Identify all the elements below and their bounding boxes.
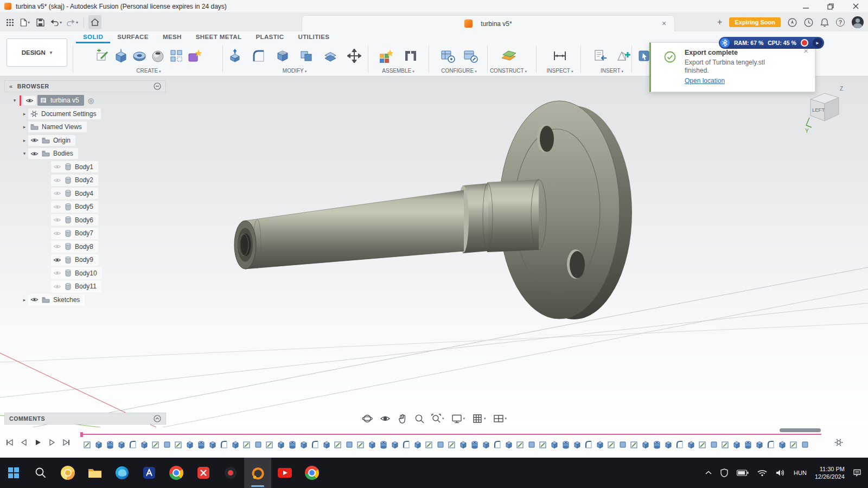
- browser-row-body2[interactable]: Body2: [4, 174, 173, 187]
- timeline-feature-hole[interactable]: [560, 436, 571, 452]
- timeline-feature-extrude[interactable]: [412, 436, 423, 452]
- timeline-feature-extrude[interactable]: [275, 436, 286, 452]
- joint-icon[interactable]: [401, 46, 420, 66]
- timeline-feature-sketch[interactable]: [628, 436, 640, 452]
- timeline-feature-hole[interactable]: [651, 436, 662, 452]
- group-label-assemble[interactable]: ASSEMBLE: [382, 68, 414, 74]
- offset-face-icon[interactable]: [321, 46, 340, 66]
- timeline-feature-hole[interactable]: [104, 436, 116, 452]
- visibility-eye-icon[interactable]: [53, 243, 61, 249]
- timeline-feature-box[interactable]: [617, 436, 628, 452]
- edit-configuration-icon[interactable]: [461, 46, 480, 66]
- visibility-eye-icon[interactable]: [53, 270, 61, 276]
- timeline-feature-box[interactable]: [708, 436, 719, 452]
- search-button[interactable]: [27, 458, 54, 488]
- visibility-eye-icon[interactable]: [30, 297, 39, 303]
- group-label-modify[interactable]: MODIFY: [283, 68, 307, 74]
- browser-row-body5[interactable]: Body5: [4, 200, 173, 214]
- timeline-feature-hole[interactable]: [469, 436, 480, 452]
- group-label-inspect[interactable]: INSPECT: [547, 68, 573, 74]
- app-grid-icon[interactable]: [3, 15, 16, 29]
- fillet-icon[interactable]: [250, 46, 268, 66]
- timeline-feature-sketch[interactable]: [423, 436, 435, 452]
- timeline-feature-sketch[interactable]: [788, 436, 799, 452]
- timeline-scrollbar[interactable]: [780, 428, 821, 432]
- fit-icon[interactable]: ▾: [429, 412, 447, 426]
- browser-row-body7[interactable]: Body7: [4, 227, 173, 240]
- browser-row-body9[interactable]: Body9: [4, 253, 173, 267]
- timeline-feature-fillet[interactable]: [674, 436, 685, 452]
- visibility-eye-icon[interactable]: [53, 164, 61, 170]
- tab-close-icon[interactable]: ×: [659, 19, 669, 28]
- timeline-feature-extrude[interactable]: [640, 436, 651, 452]
- timeline-feature-box[interactable]: [161, 436, 173, 452]
- help-icon[interactable]: ?: [836, 18, 845, 27]
- timeline-feature-sketch[interactable]: [697, 436, 708, 452]
- minimize-button[interactable]: [793, 0, 818, 12]
- security-shield-icon[interactable]: [720, 468, 729, 477]
- visibility-eye-icon[interactable]: [30, 151, 39, 157]
- undo-button[interactable]: ▾: [49, 15, 63, 29]
- display-settings-icon[interactable]: ▾: [449, 412, 468, 426]
- visibility-eye-icon[interactable]: [53, 217, 61, 223]
- timeline-settings-gear-icon[interactable]: [834, 438, 843, 447]
- file-explorer-icon[interactable]: [81, 458, 108, 488]
- performance-overlay[interactable]: RAM: 67 % CPU: 45 % ▸: [719, 37, 824, 49]
- visibility-eye-icon[interactable]: [30, 137, 39, 143]
- job-status-clock-icon[interactable]: [804, 18, 813, 27]
- step-forward-button[interactable]: [47, 437, 58, 448]
- timeline-feature-box[interactable]: [343, 436, 355, 452]
- press-pull-icon[interactable]: [226, 46, 244, 66]
- timeline-feature-sketch[interactable]: [446, 436, 457, 452]
- overlay-expand-icon[interactable]: ▸: [813, 38, 822, 48]
- timeline-feature-fillet[interactable]: [492, 436, 503, 452]
- browser-row-sketches[interactable]: ▸Sketches: [4, 293, 173, 307]
- tab-utilities[interactable]: UTILITIES: [291, 31, 336, 43]
- browser-row-named-views[interactable]: ▸Named Views: [4, 120, 173, 134]
- collapse-panel-icon[interactable]: «: [9, 83, 13, 89]
- timeline-feature-extrude[interactable]: [480, 436, 492, 452]
- timeline-feature-extrude[interactable]: [366, 436, 378, 452]
- move-icon[interactable]: [345, 46, 363, 66]
- volume-icon[interactable]: [776, 469, 786, 477]
- timeline-feature-extrude[interactable]: [229, 436, 241, 452]
- document-tab[interactable]: turbina v5* ×: [302, 15, 675, 31]
- revolve-icon[interactable]: [130, 46, 149, 66]
- timeline-feature-extrude[interactable]: [116, 436, 127, 452]
- browser-row-body1[interactable]: Body1: [4, 160, 173, 174]
- timeline-feature-extrude[interactable]: [776, 436, 788, 452]
- visibility-eye-icon[interactable]: [25, 98, 34, 104]
- configure-icon[interactable]: [438, 46, 457, 66]
- tab-sheet-metal[interactable]: SHEET METAL: [189, 31, 249, 43]
- grid-snap-icon[interactable]: ▾: [469, 412, 489, 426]
- timeline-feature-sketch[interactable]: [605, 436, 617, 452]
- extrude-icon[interactable]: [112, 46, 130, 66]
- timeline-feature-sketch[interactable]: [150, 436, 161, 452]
- shell-icon[interactable]: [273, 46, 292, 66]
- visibility-eye-icon[interactable]: [53, 177, 61, 183]
- browser-row-body4[interactable]: Body4: [4, 187, 173, 201]
- timeline-feature-extrude[interactable]: [731, 436, 742, 452]
- edge-icon[interactable]: [108, 458, 136, 488]
- group-label-insert[interactable]: INSERT: [601, 68, 623, 74]
- browser-row-origin[interactable]: ▸Origin: [4, 134, 173, 147]
- hole-icon[interactable]: [149, 46, 167, 66]
- timeline-feature-sketch[interactable]: [173, 436, 184, 452]
- notification-center-icon[interactable]: [853, 468, 861, 477]
- extensions-icon[interactable]: [788, 18, 797, 27]
- expander-icon[interactable]: ▾: [21, 151, 28, 156]
- close-button[interactable]: [843, 0, 868, 12]
- browser-row-turbina-v5[interactable]: ▾turbina v5◎: [4, 94, 173, 107]
- browser-row-body10[interactable]: Body10: [4, 267, 173, 280]
- timeline-feature-fillet[interactable]: [400, 436, 412, 452]
- maximize-button[interactable]: [818, 0, 843, 12]
- minimize-panel-icon[interactable]: [154, 82, 161, 90]
- app-icon-a[interactable]: [136, 458, 163, 488]
- timeline-feature-sketch[interactable]: [264, 436, 275, 452]
- redo-button[interactable]: ▾: [65, 15, 79, 29]
- timeline-feature-box[interactable]: [526, 436, 537, 452]
- timeline-feature-extrude[interactable]: [754, 436, 765, 452]
- home-view-button[interactable]: [88, 15, 101, 29]
- group-label-configure[interactable]: CONFIGURE: [441, 68, 476, 74]
- timeline-feature-sketch[interactable]: [81, 436, 93, 452]
